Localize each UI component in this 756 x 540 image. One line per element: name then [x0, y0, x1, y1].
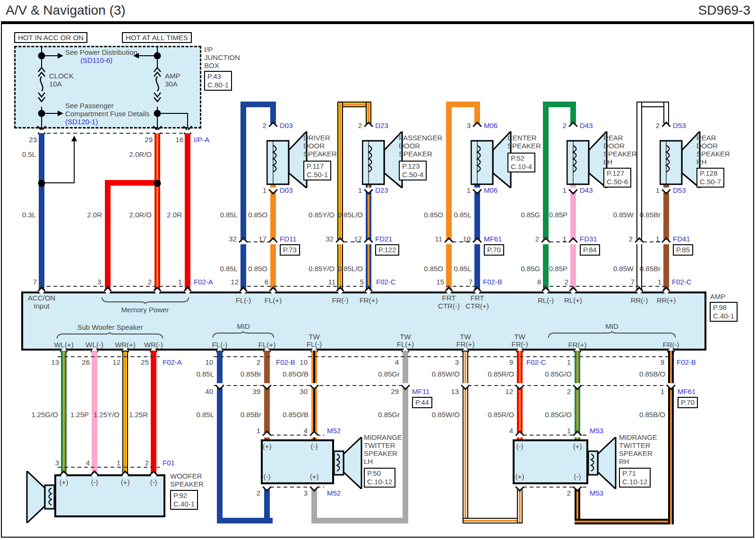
pin-number: 1	[117, 459, 120, 467]
pin-number: 4	[509, 427, 513, 435]
connector-label[interactable]: MF61	[484, 235, 502, 243]
connector-label[interactable]: M06	[484, 121, 498, 129]
connector-label[interactable]: FD41	[673, 235, 690, 243]
wire-loop	[543, 102, 549, 291]
pin-number: 1	[257, 427, 260, 435]
wire-label: 0.85W	[613, 211, 634, 219]
amp-pin-label: FR(+)	[360, 296, 378, 304]
speaker-name: REAR	[603, 134, 623, 142]
pin-number: 3	[55, 459, 59, 467]
connector-label[interactable]: MF61	[678, 387, 696, 395]
connector-label[interactable]: FD31	[580, 235, 597, 243]
connector-label[interactable]: M52	[327, 427, 341, 435]
connector-label[interactable]: F02-B	[276, 358, 295, 366]
connector-ref: C.40-1	[173, 500, 195, 508]
connector-label[interactable]: FD21	[375, 235, 393, 243]
connector-label[interactable]: M53	[590, 427, 603, 435]
speaker-name: SPEAKER	[603, 150, 637, 158]
connector-label[interactable]: D23	[375, 121, 388, 129]
connector-label[interactable]: D03	[280, 121, 293, 129]
connector-label-ipa[interactable]: I/P-A	[194, 136, 209, 144]
speaker-name: WOOFER	[170, 472, 202, 480]
amp-pin-label: CTR(-)	[438, 302, 460, 310]
speaker-name: SPEAKER	[364, 449, 397, 457]
connector-label[interactable]: F02-C	[376, 278, 396, 286]
speaker-name: MIDRANGE	[364, 433, 402, 441]
wire-label: 0.85P	[549, 211, 567, 219]
page-ref: P.122	[378, 246, 396, 254]
connector-label[interactable]: M06	[484, 186, 498, 194]
pin-number: 9	[509, 358, 513, 366]
wire-loop	[241, 102, 246, 291]
speaker-icon	[588, 437, 617, 489]
speaker-name: CENTER	[507, 134, 537, 142]
pin-number: 12	[112, 358, 120, 366]
connector-label[interactable]: F02-C	[672, 278, 692, 286]
polarity-label: (-)	[264, 472, 271, 480]
page-ref: P.70	[681, 398, 695, 407]
arrow-line	[74, 140, 75, 183]
arrow-line	[139, 55, 155, 56]
connector-label-f02a[interactable]: F02-A	[194, 278, 213, 286]
connector-label[interactable]: MF11	[412, 387, 430, 395]
wire-label: 0.85O	[248, 211, 267, 219]
amp-pin-label: TW	[460, 333, 471, 341]
pin-number: 10	[463, 235, 471, 243]
connector-ref: C.40-1	[713, 312, 734, 320]
connector-label[interactable]: D43	[580, 121, 593, 129]
speaker-name: LH	[364, 457, 373, 465]
connector-label[interactable]: F02-B	[483, 278, 502, 286]
connector-label[interactable]: D23	[375, 186, 388, 194]
pin-number: 8	[537, 278, 541, 286]
connector-page-ref: P.44	[412, 397, 432, 408]
left-arrow-icon	[133, 53, 139, 59]
sd110-6-link[interactable]: (SD110-6)	[80, 56, 112, 64]
connector-label[interactable]: D43	[580, 186, 593, 194]
connector-label[interactable]: D53	[673, 186, 686, 194]
amp-pin-label: FL(-)	[307, 340, 322, 348]
wire-label: 0.85Br	[640, 211, 661, 219]
sd120-1-link[interactable]: (SD120-1)	[65, 118, 98, 126]
page-code: SD969-3	[698, 3, 750, 18]
pin-number: 2	[563, 121, 567, 129]
amp-pin-label: Memory Power	[121, 306, 169, 314]
connector-label[interactable]: D03	[280, 186, 293, 194]
connector-label[interactable]: F02-B	[677, 358, 696, 366]
connector-label[interactable]: M53	[590, 489, 603, 497]
midrange-lh-box	[261, 439, 334, 484]
amp-pin-label: Input	[34, 302, 49, 310]
wire	[61, 351, 67, 474]
wire-label: 0.85P	[549, 265, 567, 273]
connector-ref: C.50-4	[402, 171, 423, 179]
connector-page-ref: P.84	[580, 244, 600, 256]
wire	[575, 351, 580, 439]
connector-label[interactable]: F01	[163, 459, 175, 467]
connector-label[interactable]: D53	[673, 121, 686, 129]
page-ref: P.44	[415, 398, 429, 407]
wire-label: 0.85Gr	[378, 370, 400, 378]
wire-loop	[446, 102, 452, 291]
pin-number: 2	[535, 235, 539, 243]
wire	[217, 351, 223, 523]
speaker-name: SPEAKER	[399, 150, 432, 158]
connector-label[interactable]: FD11	[280, 235, 297, 243]
connector-label[interactable]: F02-A	[163, 358, 182, 366]
wire	[463, 518, 523, 523]
amp-pin-label: FR(-)	[512, 340, 528, 348]
connector-label[interactable]: F02-C	[526, 358, 546, 366]
wire-loop	[366, 102, 371, 124]
connector-label[interactable]: M52	[327, 489, 341, 497]
polarity-label: (-)	[150, 478, 157, 486]
pin-number: 1	[661, 387, 664, 395]
wire-label: 0.85L/O	[338, 211, 363, 219]
connector-dashed-line	[40, 133, 191, 134]
speaker-name: SPEAKER	[303, 150, 337, 158]
wire-label: 0.85L	[454, 265, 472, 273]
wire-label: 0.85O/B	[283, 411, 309, 419]
pin-number: 11	[435, 235, 442, 243]
amp-name: AMP	[710, 292, 726, 300]
brace	[213, 331, 274, 338]
pin-number: 23	[29, 136, 37, 144]
wire-label: 0.85Y/O	[309, 211, 335, 219]
hot-in-acc-label: HOT IN ACC OR ON	[14, 32, 87, 43]
